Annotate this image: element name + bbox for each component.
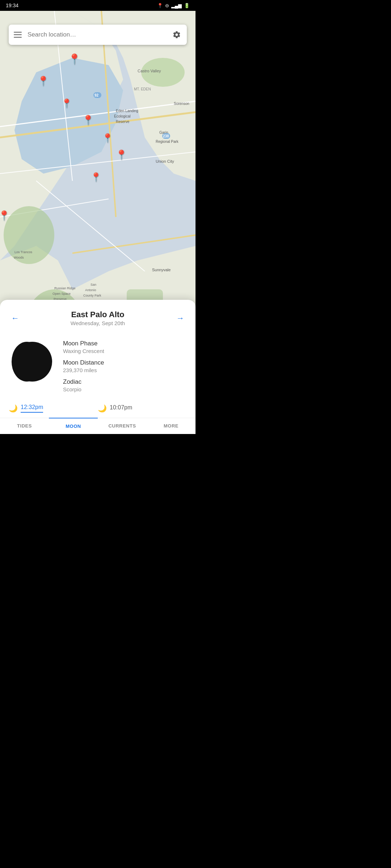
moon-phase-label: Moon Phase (63, 340, 187, 347)
moonset-value: 10:07pm (110, 404, 132, 412)
moon-distance-value: 239,370 miles (63, 367, 187, 373)
svg-text:Los Trancos: Los Trancos (14, 250, 33, 254)
moon-distance-label: Moon Distance (63, 359, 187, 366)
svg-text:238: 238 (163, 134, 169, 138)
svg-text:Castro Valley: Castro Valley (138, 69, 161, 73)
svg-text:92: 92 (94, 93, 99, 97)
map-marker: 📍 (91, 172, 101, 182)
svg-text:Eden Landing: Eden Landing (116, 109, 138, 113)
moon-phase-value: Waxing Crescent (63, 348, 187, 354)
svg-text:Sorenson: Sorenson (174, 102, 189, 106)
card-header: ← East Palo Alto Wednesday, Sept 20th → (0, 300, 196, 331)
battery-icon: 🔋 (184, 3, 190, 8)
map-marker: 📍 (68, 53, 81, 65)
svg-text:County Park: County Park (83, 294, 101, 297)
location-icon: 📍 (157, 3, 163, 8)
svg-text:Sunnyvale: Sunnyvale (152, 268, 171, 272)
wifi-icon: ▂▄▆ (171, 3, 182, 8)
map-marker: 📍 (37, 76, 49, 87)
status-icons: 📍 ⊖ ▂▄▆ 🔋 (157, 3, 190, 8)
moonset-icon: 🌙 (98, 404, 107, 413)
svg-text:Regional Park: Regional Park (156, 140, 179, 144)
svg-text:Open Space: Open Space (52, 292, 71, 295)
moon-graphic (9, 336, 56, 387)
location-title-block: East Palo Alto Wednesday, Sept 20th (22, 310, 174, 326)
tab-tides[interactable]: TIDES (0, 418, 49, 434)
location-date: Wednesday, Sept 20th (22, 320, 174, 326)
map-marker: 📍 (102, 133, 113, 143)
back-arrow-button[interactable]: ← (9, 312, 22, 325)
bottom-card: ← East Palo Alto Wednesday, Sept 20th → (0, 300, 196, 434)
moon-times: 🌙 12:32pm 🌙 10:07pm (0, 401, 196, 418)
map-marker: 📍 (82, 115, 94, 126)
moonrise-icon: 🌙 (9, 404, 18, 413)
svg-text:Union City: Union City (156, 159, 174, 163)
svg-text:Russian Ridge: Russian Ridge (54, 286, 76, 290)
status-time: 19:34 (6, 3, 18, 8)
tab-more[interactable]: MORE (147, 418, 196, 434)
svg-text:Ecological: Ecological (114, 114, 131, 118)
tab-moon[interactable]: MOON (49, 418, 98, 434)
bottom-tabs: TIDES MOON CURRENTS MORE (0, 418, 196, 434)
svg-text:MT. EDEN: MT. EDEN (134, 87, 151, 91)
map-marker: 📍 (115, 149, 127, 161)
search-input[interactable] (28, 31, 172, 38)
moon-zodiac-value: Scorpio (63, 386, 187, 392)
svg-text:Reserve: Reserve (116, 120, 130, 124)
tab-currents[interactable]: CURRENTS (98, 418, 147, 434)
location-name: East Palo Alto (22, 310, 174, 319)
status-bar: 19:34 📍 ⊖ ▂▄▆ 🔋 (0, 0, 196, 11)
moonrise-time[interactable]: 🌙 12:32pm (9, 404, 98, 413)
moon-section: Moon Phase Waxing Crescent Moon Distance… (0, 331, 196, 401)
svg-text:Woods: Woods (14, 256, 24, 259)
moon-info: Moon Phase Waxing Crescent Moon Distance… (63, 336, 187, 397)
svg-text:San: San (91, 283, 96, 286)
moonrise-value: 12:32pm (21, 404, 43, 413)
svg-text:Antonio: Antonio (85, 288, 96, 292)
map-marker: 📍 (61, 98, 72, 109)
forward-arrow-button[interactable]: → (174, 312, 187, 325)
settings-button[interactable] (172, 30, 182, 40)
map-marker: 📍 (0, 210, 10, 221)
dnd-icon: ⊖ (165, 3, 169, 8)
moonset-time[interactable]: 🌙 10:07pm (98, 404, 187, 413)
search-bar[interactable] (9, 25, 187, 45)
moon-zodiac-label: Zodiac (63, 378, 187, 386)
svg-point-15 (4, 206, 54, 264)
hamburger-icon[interactable] (14, 32, 22, 38)
svg-point-59 (12, 342, 42, 382)
